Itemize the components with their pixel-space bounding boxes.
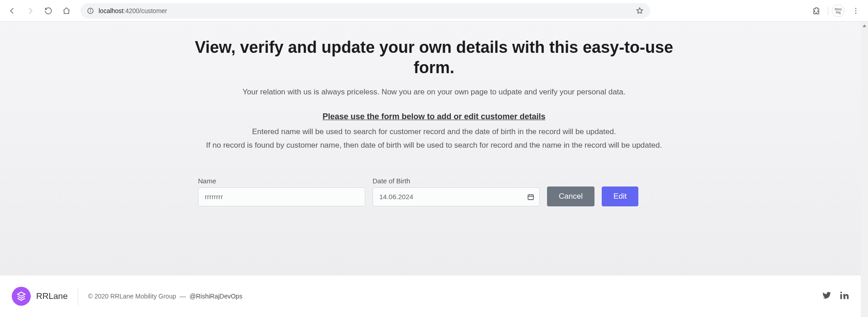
nav-back-button[interactable] bbox=[5, 3, 20, 19]
scrollbar[interactable] bbox=[861, 22, 868, 317]
instructions-title: Please use the form below to add or edit… bbox=[194, 112, 674, 121]
url-host: localhost:4200/customer bbox=[99, 7, 167, 14]
bookmark-star-icon[interactable] bbox=[636, 7, 644, 15]
brand-logo-icon bbox=[12, 287, 31, 306]
nav-forward-button[interactable] bbox=[23, 3, 38, 19]
dob-label: Date of Birth bbox=[373, 177, 540, 185]
extensions-button[interactable] bbox=[809, 3, 824, 19]
footer: RRLane © 2020 RRLane Mobility Group — @R… bbox=[0, 275, 861, 317]
brand-name: RRLane bbox=[36, 291, 68, 301]
site-info-icon bbox=[87, 7, 94, 14]
address-bar[interactable]: localhost:4200/customer bbox=[80, 3, 650, 19]
reload-button[interactable] bbox=[41, 3, 56, 19]
help-text-1: Entered name will be used to search for … bbox=[194, 126, 674, 138]
dob-input[interactable] bbox=[373, 187, 540, 206]
home-button[interactable] bbox=[59, 3, 74, 19]
author-link[interactable]: @RishiRajDevOps bbox=[189, 293, 242, 300]
svg-point-11 bbox=[840, 292, 842, 294]
calendar-icon[interactable] bbox=[527, 193, 534, 200]
chrome-divider bbox=[828, 6, 828, 15]
linkedin-icon bbox=[839, 290, 849, 300]
svg-rect-6 bbox=[528, 195, 533, 200]
name-label: Name bbox=[198, 177, 365, 185]
linkedin-link[interactable] bbox=[839, 290, 849, 302]
profile-avatar[interactable]: Rishi Raj bbox=[832, 5, 844, 17]
footer-copyright: © 2020 RRLane Mobility Group — @RishiRaj… bbox=[88, 293, 242, 300]
svg-rect-10 bbox=[840, 294, 842, 299]
twitter-link[interactable] bbox=[822, 290, 832, 302]
svg-point-4 bbox=[855, 10, 856, 11]
chrome-menu-button[interactable] bbox=[848, 3, 863, 19]
page-subheadline: Your relation with us is always priceles… bbox=[194, 88, 674, 97]
twitter-icon bbox=[822, 290, 832, 300]
name-input[interactable] bbox=[198, 187, 365, 206]
page-headline: View, verify and update your own details… bbox=[194, 37, 674, 78]
svg-point-5 bbox=[855, 13, 856, 14]
footer-divider bbox=[78, 287, 78, 305]
cancel-button[interactable]: Cancel bbox=[547, 186, 594, 206]
browser-chrome: localhost:4200/customer Rishi Raj bbox=[0, 0, 868, 22]
svg-point-3 bbox=[855, 8, 856, 9]
page-body: View, verify and update your own details… bbox=[0, 22, 868, 317]
help-text-2: If no record is found by customer name, … bbox=[194, 140, 674, 151]
edit-button[interactable]: Edit bbox=[602, 186, 638, 206]
svg-point-2 bbox=[90, 9, 91, 10]
customer-form: Name Date of Birth Cancel Edit bbox=[194, 177, 674, 206]
